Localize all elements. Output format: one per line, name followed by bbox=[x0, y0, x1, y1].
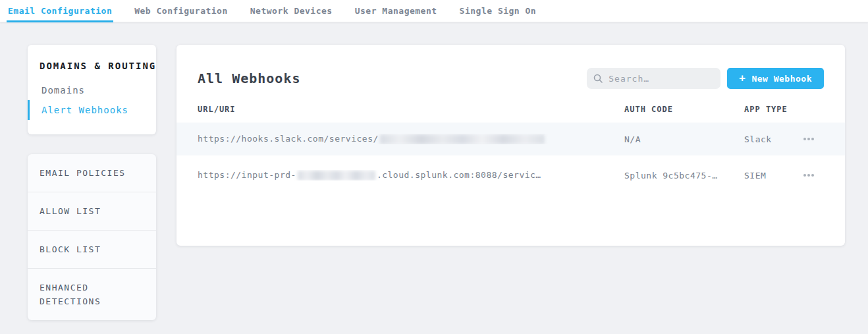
panel-header: All Webhooks + New Webhook bbox=[176, 45, 845, 105]
table-header-row: URL/URI AUTH CODE APP TYPE bbox=[176, 105, 845, 123]
webhooks-table: URL/URI AUTH CODE APP TYPE https://hooks… bbox=[176, 105, 845, 195]
redacted-blur bbox=[298, 171, 375, 181]
domains-routing-card: DOMAINS & ROUTING Domains Alert Webhooks bbox=[28, 45, 156, 134]
tab-user-management[interactable]: User Management bbox=[354, 0, 439, 22]
tab-network-devices[interactable]: Network Devices bbox=[249, 0, 334, 22]
webhook-url: https://input-prd-.cloud.splunk.com:8088… bbox=[198, 170, 624, 181]
column-header-app-type: APP TYPE bbox=[744, 105, 794, 114]
page-title: All Webhooks bbox=[198, 70, 301, 86]
webhook-app-type: Slack bbox=[744, 134, 794, 144]
sidebar-item-email-policies[interactable]: EMAIL POLICIES bbox=[28, 154, 156, 192]
search-icon bbox=[593, 74, 603, 83]
webhook-auth-code: Splunk 9c5bc475-… bbox=[624, 171, 744, 181]
table-row[interactable]: https://hooks.slack.com/services/ N/A Sl… bbox=[176, 123, 845, 155]
table-row[interactable]: https://input-prd-.cloud.splunk.com:8088… bbox=[176, 155, 845, 195]
new-webhook-button[interactable]: + New Webhook bbox=[727, 68, 824, 89]
policy-categories-card: EMAIL POLICIES ALLOW LIST BLOCK LIST ENH… bbox=[28, 154, 156, 320]
sidebar-item-block-list[interactable]: BLOCK LIST bbox=[28, 231, 156, 269]
search-box bbox=[587, 68, 720, 89]
redacted-blur bbox=[380, 134, 545, 144]
sidebar-item-domains[interactable]: Domains bbox=[28, 80, 156, 100]
search-input[interactable] bbox=[609, 74, 714, 84]
page: Email Configuration Web Configuration Ne… bbox=[0, 0, 868, 334]
sidebar-item-alert-webhooks[interactable]: Alert Webhooks bbox=[28, 100, 156, 120]
sidebar-item-allow-list[interactable]: ALLOW LIST bbox=[28, 192, 156, 231]
new-webhook-button-label: New Webhook bbox=[751, 74, 812, 84]
row-menu-button[interactable] bbox=[801, 131, 817, 147]
content-area: DOMAINS & ROUTING Domains Alert Webhooks… bbox=[0, 22, 868, 320]
tab-single-sign-on[interactable]: Single Sign On bbox=[458, 0, 538, 22]
sidebar: DOMAINS & ROUTING Domains Alert Webhooks… bbox=[28, 45, 156, 320]
column-header-url: URL/URI bbox=[198, 105, 624, 114]
row-menu-button[interactable] bbox=[801, 167, 817, 183]
sidebar-item-enhanced-detections[interactable]: ENHANCED DETECTIONS bbox=[28, 269, 156, 320]
top-nav: Email Configuration Web Configuration Ne… bbox=[0, 0, 868, 22]
plus-icon: + bbox=[739, 73, 746, 84]
tab-email-configuration[interactable]: Email Configuration bbox=[7, 0, 113, 22]
ellipsis-icon bbox=[807, 138, 810, 140]
webhook-auth-code: N/A bbox=[624, 134, 744, 144]
tab-web-configuration[interactable]: Web Configuration bbox=[133, 0, 229, 22]
routing-card-title: DOMAINS & ROUTING bbox=[28, 61, 156, 71]
ellipsis-icon bbox=[807, 174, 810, 177]
column-header-auth-code: AUTH CODE bbox=[624, 105, 744, 114]
webhook-app-type: SIEM bbox=[744, 171, 794, 181]
webhooks-panel: All Webhooks + New Webhook URL/URI bbox=[176, 45, 845, 246]
webhook-url: https://hooks.slack.com/services/ bbox=[198, 134, 624, 144]
